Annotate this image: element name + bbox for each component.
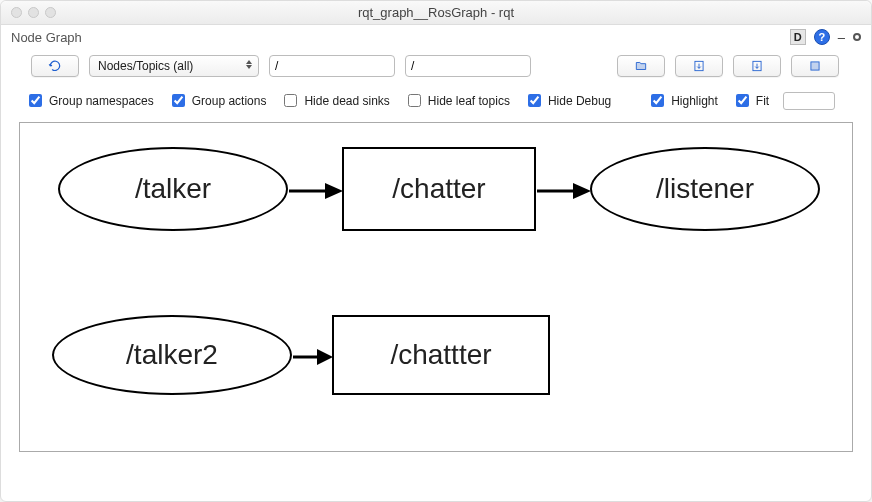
- topic-filter-input[interactable]: [405, 55, 531, 77]
- minimize-button[interactable]: [28, 7, 39, 18]
- highlight-box[interactable]: [651, 94, 664, 107]
- svg-marker-5: [325, 183, 343, 199]
- node-talker-label: /talker: [135, 173, 211, 205]
- hide-debug-label: Hide Debug: [548, 94, 611, 108]
- node-talker2-label: /talker2: [126, 339, 218, 371]
- app-window: rqt_graph__RosGraph - rqt Node Graph D ?…: [0, 0, 872, 502]
- refresh-icon: [48, 59, 62, 73]
- save-icon: [692, 59, 706, 73]
- view-mode-select[interactable]: Nodes/Topics (all): [89, 55, 259, 77]
- group-namespaces-label: Group namespaces: [49, 94, 154, 108]
- topic-chatter[interactable]: /chatter: [342, 147, 536, 231]
- hide-leaf-topics-box[interactable]: [408, 94, 421, 107]
- fit-label: Fit: [756, 94, 769, 108]
- group-actions-box[interactable]: [172, 94, 185, 107]
- fit-zoom-input[interactable]: [783, 92, 835, 110]
- options-row: Group namespaces Group actions Hide dead…: [1, 87, 871, 114]
- group-namespaces-check[interactable]: Group namespaces: [25, 91, 154, 110]
- group-actions-check[interactable]: Group actions: [168, 91, 267, 110]
- save-png-button[interactable]: [791, 55, 839, 77]
- hide-debug-check[interactable]: Hide Debug: [524, 91, 611, 110]
- open-file-button[interactable]: [617, 55, 665, 77]
- traffic-lights: [11, 7, 56, 18]
- export-button-row: [617, 55, 839, 77]
- topic-chatter-label: /chatter: [392, 173, 485, 205]
- node-listener-label: /listener: [656, 173, 754, 205]
- svg-marker-9: [317, 349, 333, 365]
- node-listener[interactable]: /listener: [590, 147, 820, 231]
- graph-canvas[interactable]: /talker /chatter /listener /talker2 /cha…: [19, 122, 853, 452]
- hide-dead-sinks-label: Hide dead sinks: [304, 94, 389, 108]
- hide-dead-sinks-check[interactable]: Hide dead sinks: [280, 91, 389, 110]
- svg-rect-2: [811, 62, 819, 70]
- window-title: rqt_graph__RosGraph - rqt: [9, 5, 863, 20]
- close-button[interactable]: [11, 7, 22, 18]
- select-value: Nodes/Topics (all): [98, 59, 193, 73]
- group-actions-label: Group actions: [192, 94, 267, 108]
- chevron-updown-icon: [246, 60, 252, 69]
- hide-leaf-topics-check[interactable]: Hide leaf topics: [404, 91, 510, 110]
- minimize-panel-button[interactable]: –: [838, 30, 845, 45]
- panel-header: Node Graph D ? –: [1, 25, 871, 51]
- group-namespaces-box[interactable]: [29, 94, 42, 107]
- dock-button[interactable]: D: [790, 29, 806, 45]
- titlebar: rqt_graph__RosGraph - rqt: [1, 1, 871, 25]
- svg-marker-7: [573, 183, 591, 199]
- highlight-check[interactable]: Highlight: [647, 91, 718, 110]
- open-icon: [634, 59, 648, 73]
- node-talker2[interactable]: /talker2: [52, 315, 292, 395]
- save-image-icon: [750, 59, 764, 73]
- node-filter-input[interactable]: [269, 55, 395, 77]
- restore-panel-button[interactable]: [853, 33, 861, 41]
- help-button[interactable]: ?: [814, 29, 830, 45]
- arrow-talker2-chattter: [293, 345, 333, 369]
- fit-check[interactable]: Fit: [732, 91, 769, 110]
- hide-debug-box[interactable]: [528, 94, 541, 107]
- highlight-label: Highlight: [671, 94, 718, 108]
- zoom-button[interactable]: [45, 7, 56, 18]
- node-talker[interactable]: /talker: [58, 147, 288, 231]
- save-dot-button[interactable]: [675, 55, 723, 77]
- panel-title: Node Graph: [11, 30, 82, 45]
- image-icon: [808, 59, 822, 73]
- toolbar: Nodes/Topics (all): [1, 51, 871, 87]
- topic-chattter[interactable]: /chattter: [332, 315, 550, 395]
- fit-box[interactable]: [736, 94, 749, 107]
- arrow-talker-chatter: [289, 179, 343, 203]
- hide-dead-sinks-box[interactable]: [284, 94, 297, 107]
- hide-leaf-topics-label: Hide leaf topics: [428, 94, 510, 108]
- topic-chattter-label: /chattter: [390, 339, 491, 371]
- refresh-button[interactable]: [31, 55, 79, 77]
- save-svg-button[interactable]: [733, 55, 781, 77]
- arrow-chatter-listener: [537, 179, 591, 203]
